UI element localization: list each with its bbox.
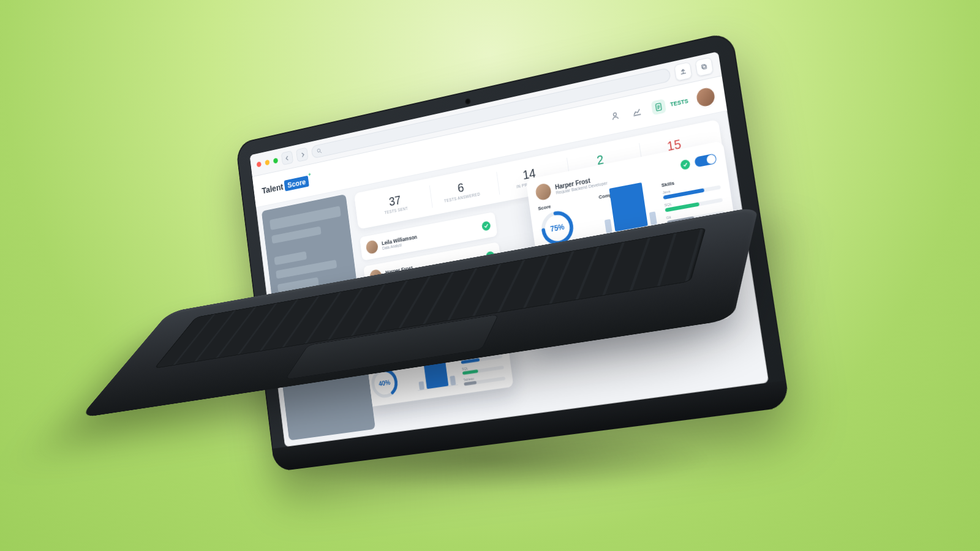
app-logo-text-b: Score bbox=[284, 175, 309, 191]
svg-text:75%: 75% bbox=[550, 223, 565, 233]
svg-rect-2 bbox=[701, 64, 705, 69]
avatar bbox=[366, 239, 379, 254]
avatar bbox=[535, 182, 552, 201]
app-logo-text-a: Talent bbox=[262, 181, 284, 195]
skill-row: Tableau bbox=[463, 372, 505, 386]
svg-text:40%: 40% bbox=[379, 379, 391, 388]
stat-tests-answered: 6TESTS ANSWERED bbox=[429, 173, 493, 208]
nav-candidates-icon[interactable] bbox=[608, 108, 623, 124]
user-avatar[interactable] bbox=[696, 86, 716, 108]
nav-tests-label: TESTS bbox=[670, 98, 689, 108]
bar bbox=[609, 182, 647, 231]
app-logo[interactable]: Talent Score bbox=[262, 175, 309, 196]
bar bbox=[605, 219, 612, 233]
copy-button[interactable] bbox=[695, 57, 714, 77]
svg-point-0 bbox=[317, 149, 320, 152]
search-icon bbox=[316, 148, 322, 154]
svg-point-3 bbox=[613, 113, 617, 116]
nav-reports-icon[interactable] bbox=[629, 103, 644, 120]
compare-toggle[interactable] bbox=[694, 153, 717, 167]
nav-back-button[interactable] bbox=[281, 151, 293, 165]
window-close[interactable] bbox=[257, 161, 262, 167]
window-minimize[interactable] bbox=[265, 159, 270, 165]
svg-rect-1 bbox=[703, 65, 706, 69]
check-icon bbox=[680, 159, 691, 170]
webcam bbox=[465, 98, 471, 105]
bar bbox=[450, 376, 456, 386]
check-icon bbox=[481, 220, 491, 231]
nav-forward-button[interactable] bbox=[296, 147, 308, 162]
upload-button[interactable] bbox=[674, 62, 692, 81]
bar bbox=[649, 212, 657, 225]
sidebar-item[interactable] bbox=[270, 206, 341, 230]
window-zoom[interactable] bbox=[273, 157, 278, 163]
nav-tests-icon[interactable] bbox=[651, 99, 666, 115]
bar bbox=[418, 381, 424, 390]
stat-tests-sent: 37TESTS SENT bbox=[365, 187, 426, 220]
